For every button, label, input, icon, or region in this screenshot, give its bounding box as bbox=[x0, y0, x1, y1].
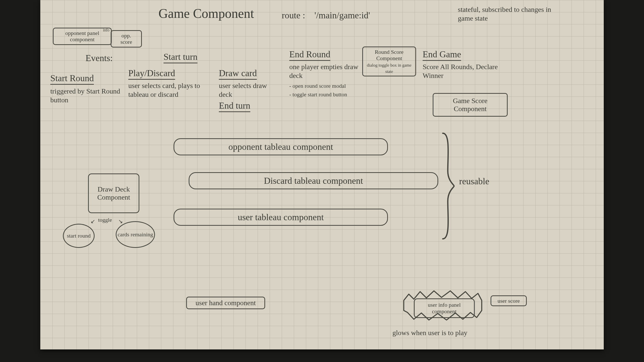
start-round-circle: start round bbox=[63, 224, 95, 248]
end-round-bullet-0: - open round score modal bbox=[289, 82, 360, 89]
play-discard-title: Play/Discard bbox=[128, 68, 175, 80]
opp-score-box: opp. score bbox=[111, 30, 142, 48]
user-info-burst: user info panel component bbox=[400, 285, 486, 326]
toggle-label: toggle bbox=[98, 217, 112, 223]
discard-tableau: Discard tableau component bbox=[189, 172, 438, 189]
user-tableau: user tableau component bbox=[174, 209, 388, 226]
opponent-panel-sup: info bbox=[103, 28, 109, 32]
end-round-title: End Round bbox=[289, 49, 330, 61]
start-round-body: triggered by Start Round button bbox=[50, 87, 123, 104]
draw-card-title: Draw card bbox=[219, 68, 257, 80]
user-hand-box: user hand component bbox=[186, 297, 265, 309]
round-score-note: dialog toggle box in game state bbox=[367, 63, 412, 74]
user-score-box: user score bbox=[491, 295, 527, 306]
opponent-panel-box: info opponent panel component bbox=[53, 28, 112, 45]
reusable-label: reusable bbox=[459, 176, 489, 187]
end-round-bullet-1: - toggle start round button bbox=[289, 91, 360, 98]
end-game-body: Score All Rounds, Declare Winner bbox=[423, 62, 506, 80]
start-round-title: Start Round bbox=[50, 73, 94, 85]
event-start-round: Start Round triggered by Start Round but… bbox=[50, 73, 123, 104]
round-score-box: Round Score Component dialog toggle box … bbox=[362, 47, 416, 76]
brace-icon bbox=[440, 131, 455, 241]
game-score-box: Game Score Component bbox=[433, 93, 508, 117]
event-end-round: End Round one player empties draw deck -… bbox=[289, 49, 360, 98]
start-turn-title: Start turn bbox=[164, 52, 197, 63]
opponent-tableau: opponent tableau component bbox=[174, 138, 388, 155]
user-info-panel-box: user info panel component bbox=[414, 298, 475, 318]
glow-note: glows when user is to play bbox=[392, 329, 467, 337]
round-score-label: Round Score Component bbox=[375, 49, 404, 61]
route-label: route : bbox=[282, 10, 305, 21]
toggle-arrow-left: ↙ bbox=[91, 218, 96, 225]
draw-deck-box: Draw Deck Component bbox=[88, 173, 139, 213]
event-draw-card: Draw card user selects draw deck End tur… bbox=[219, 68, 282, 112]
event-play-discard: Play/Discard user selects card, plays to… bbox=[128, 68, 211, 99]
cards-remaining-circle: cards remaining bbox=[116, 221, 155, 248]
route-value: '/main/game:id' bbox=[314, 10, 370, 21]
events-label: Events: bbox=[86, 53, 113, 63]
end-round-body: one player empties draw deck bbox=[289, 62, 360, 80]
draw-card-body: user selects draw deck bbox=[219, 81, 282, 99]
toggle-arrow-right: ↘ bbox=[118, 218, 123, 225]
event-end-game: End Game Score All Rounds, Declare Winne… bbox=[423, 49, 506, 80]
opponent-panel-label: opponent panel component bbox=[65, 30, 99, 42]
end-turn-title: End turn bbox=[219, 100, 250, 112]
end-game-title: End Game bbox=[423, 49, 461, 61]
play-discard-body: user selects card, plays to tableau or d… bbox=[128, 81, 211, 99]
page-title: Game Component bbox=[158, 6, 254, 21]
stateful-note: stateful, subscribed to changes in game … bbox=[458, 5, 564, 23]
